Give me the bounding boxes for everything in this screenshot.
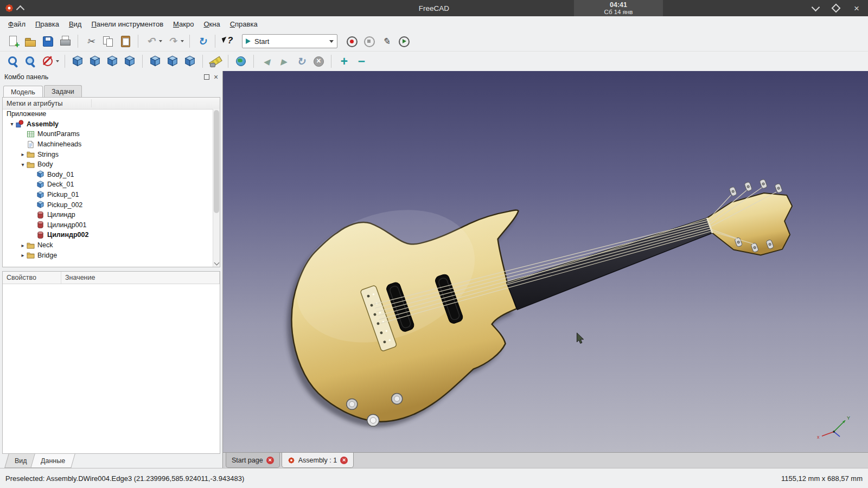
undo-dropdown-caret[interactable] <box>159 40 162 42</box>
redo-dropdown-caret[interactable] <box>181 40 184 42</box>
property-grid-body[interactable] <box>3 284 220 453</box>
scrollbar-thumb[interactable] <box>214 110 219 213</box>
refresh-button[interactable] <box>195 34 210 49</box>
tree-item-label: Цилиндр002 <box>47 231 88 239</box>
bottom-view-button[interactable] <box>165 54 180 69</box>
save-button[interactable] <box>40 34 55 49</box>
chevron-expanded-icon[interactable] <box>19 162 27 168</box>
whats-this-button[interactable] <box>220 34 235 49</box>
macro-stop-button[interactable] <box>361 34 376 49</box>
tab-model[interactable]: Модель <box>3 86 43 98</box>
menu-edit[interactable]: Правка <box>30 18 64 30</box>
tree-item-label: Цилиндр001 <box>47 221 87 229</box>
cursor-arrow <box>577 333 583 343</box>
tree-item-cylinder[interactable]: Цилиндр <box>3 210 213 220</box>
minimize-button[interactable] <box>809 2 821 14</box>
tree-item-deck01[interactable]: Deck_01 <box>3 179 213 190</box>
svg-text:x: x <box>817 434 820 440</box>
menu-help[interactable]: Справка <box>225 18 263 30</box>
macro-play-button[interactable] <box>396 34 411 49</box>
panel-splitter[interactable] <box>0 267 222 271</box>
part-cube-icon <box>36 181 44 189</box>
print-button[interactable] <box>58 34 73 49</box>
left-view-button[interactable] <box>182 54 197 69</box>
cut-button[interactable] <box>83 34 98 49</box>
top-view-button[interactable] <box>105 54 120 69</box>
measure-button[interactable] <box>208 54 223 69</box>
tree-item-label: Body <box>37 160 53 168</box>
folder-icon <box>27 241 35 249</box>
paste-button[interactable] <box>118 34 133 49</box>
close-view-button[interactable] <box>311 54 326 69</box>
copy-button[interactable] <box>100 34 116 49</box>
tree-item-application[interactable]: Приложение <box>3 109 213 119</box>
guitar-3d-model[interactable]: Y x <box>223 71 868 452</box>
tree-item-assembly[interactable]: Assembly <box>3 119 213 130</box>
nav-back-button[interactable] <box>259 54 274 69</box>
menu-macro[interactable]: Макро <box>168 18 199 30</box>
float-panel-icon[interactable] <box>204 74 209 80</box>
tab-assembly-document[interactable]: Assembly : 1 <box>282 453 354 468</box>
chevron-expanded-icon[interactable] <box>8 121 16 127</box>
redo-button[interactable] <box>165 34 180 49</box>
tree-item-mountparams[interactable]: MountParams <box>3 129 213 139</box>
tree-item-label: Pickup_01 <box>47 191 79 198</box>
chevron-collapsed-icon[interactable] <box>19 252 27 258</box>
value-column-header[interactable]: Значение <box>61 272 220 284</box>
tree-item-bridge[interactable]: Bridge <box>3 250 213 260</box>
tree-item-cylinder002[interactable]: Цилиндр002 <box>3 230 213 240</box>
menu-view[interactable]: Вид <box>64 18 87 30</box>
menu-file[interactable]: Файл <box>3 18 30 30</box>
draw-style-dropdown-caret[interactable] <box>56 60 59 62</box>
scroll-down-button[interactable] <box>213 260 220 266</box>
sync-icon <box>297 56 305 67</box>
chevron-collapsed-icon[interactable] <box>19 151 27 157</box>
axonometric-view-button[interactable] <box>70 54 85 69</box>
tree-item-pickup01[interactable]: Pickup_01 <box>3 190 213 200</box>
right-view-button[interactable] <box>122 54 137 69</box>
tree-item-body01[interactable]: Body_01 <box>3 170 213 180</box>
tree-item-body-group[interactable]: Body <box>3 159 213 170</box>
tree-item-strings[interactable]: Strings <box>3 149 213 159</box>
close-window-button[interactable]: × <box>851 2 863 14</box>
menu-windows[interactable]: Окна <box>199 18 225 30</box>
close-panel-icon[interactable]: × <box>214 73 218 81</box>
menubar: Файл Правка Вид Панели инструментов Макр… <box>0 16 868 31</box>
tree-scrollbar[interactable] <box>213 109 220 267</box>
box-zoom-button[interactable] <box>23 54 38 69</box>
web-home-button[interactable] <box>233 54 248 69</box>
open-document-button[interactable] <box>23 34 38 49</box>
sync-view-button[interactable] <box>293 54 309 69</box>
close-tab-icon[interactable] <box>266 457 274 464</box>
tree-item-cylinder001[interactable]: Цилиндр001 <box>3 220 213 230</box>
tree-column-header: Метки и атрибуты <box>3 98 220 110</box>
undo-button[interactable] <box>143 34 158 49</box>
property-column-header[interactable]: Свойство <box>3 272 61 284</box>
open-folder-icon <box>24 35 37 48</box>
workbench-selector[interactable]: Start <box>242 34 337 48</box>
maximize-button[interactable] <box>830 2 842 14</box>
tab-start-page[interactable]: Start page <box>226 453 280 468</box>
front-view-button[interactable] <box>87 54 103 69</box>
tree-item-machineheads[interactable]: Machineheads <box>3 139 213 150</box>
chevron-collapsed-icon[interactable] <box>19 242 27 248</box>
zoom-out-button[interactable] <box>354 54 369 69</box>
tab-data-properties[interactable]: Данные <box>30 454 75 468</box>
part-cube-icon <box>36 191 44 199</box>
3d-viewport[interactable]: Y x <box>223 71 868 452</box>
tree-item-pickup002[interactable]: Pickup_002 <box>3 200 213 210</box>
zoom-in-button[interactable] <box>336 54 352 69</box>
tree-item-label: Machineheads <box>37 140 81 148</box>
rear-view-button[interactable] <box>148 54 163 69</box>
tab-tasks[interactable]: Задачи <box>44 85 82 97</box>
menu-toolbars[interactable]: Панели инструментов <box>86 18 168 30</box>
tree-item-label: Assembly <box>26 120 59 128</box>
fit-all-button[interactable] <box>5 54 21 69</box>
tree-item-neck[interactable]: Neck <box>3 240 213 251</box>
new-document-button[interactable] <box>5 34 21 49</box>
macro-edit-button[interactable] <box>379 34 394 49</box>
macro-record-button[interactable] <box>344 34 359 49</box>
nav-forward-button[interactable] <box>276 54 291 69</box>
draw-style-button[interactable] <box>40 54 55 69</box>
arrow-right-icon <box>280 57 287 66</box>
